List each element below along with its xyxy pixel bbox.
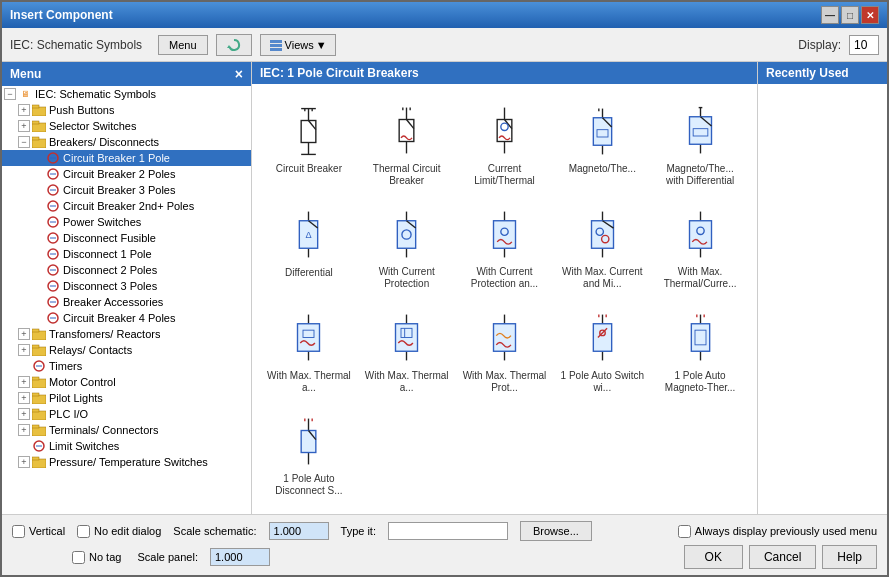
tree-item-cb4[interactable]: Circuit Breaker 4 Poles (2, 310, 251, 326)
expand-icon-pressure[interactable]: + (18, 456, 30, 468)
tree-item-terminals[interactable]: + Terminals/ Connectors (2, 422, 251, 438)
minimize-button[interactable]: — (821, 6, 839, 24)
expand-icon-motor[interactable]: + (18, 376, 30, 388)
sidebar-title: Menu (10, 67, 41, 81)
symbol-label-current_thermal: Current Limit/Thermal (463, 163, 547, 187)
tree-label-disc3: Disconnect 3 Poles (63, 280, 157, 292)
tree-item-push[interactable]: + Push Buttons (2, 102, 251, 118)
tree-item-relays[interactable]: + Relays/ Contacts (2, 342, 251, 358)
scale-panel-input[interactable] (210, 548, 270, 566)
tree-item-disc1[interactable]: Disconnect 1 Pole (2, 246, 251, 262)
item-icon-power (46, 215, 60, 229)
no-edit-checkbox[interactable] (77, 525, 90, 538)
symbol-image-pole_auto_magneto (670, 308, 730, 368)
vertical-checkbox[interactable] (12, 525, 25, 538)
symbol-item-pole_auto_switch[interactable]: 1 Pole Auto Switch wi... (555, 301, 649, 401)
tree-item-power[interactable]: Power Switches (2, 214, 251, 230)
symbol-item-with_max_thermal[interactable]: With Max. Thermal/Curre... (653, 198, 747, 298)
tree-item-selector[interactable]: + Selector Switches (2, 118, 251, 134)
tree-item-disc3[interactable]: Disconnect 3 Poles (2, 278, 251, 294)
symbol-item-with_max_thermal_prot[interactable]: With Max. Thermal Prot... (458, 301, 552, 401)
tree-item-breakers[interactable]: − Breakers/ Disconnects (2, 134, 251, 150)
tree-label-breakers: Breakers/ Disconnects (49, 136, 159, 148)
symbol-image-magneto2 (670, 101, 730, 161)
item-icon-disc2 (46, 263, 60, 277)
maximize-button[interactable]: □ (841, 6, 859, 24)
symbol-item-with_max_current[interactable]: With Max. Current and Mi... (555, 198, 649, 298)
main-window: Insert Component — □ ✕ IEC: Schematic Sy… (0, 0, 889, 577)
sidebar-close-button[interactable]: × (235, 66, 243, 82)
svg-rect-40 (32, 395, 46, 404)
symbol-item-cb[interactable]: Circuit Breaker (262, 94, 356, 194)
tree-label-pressure: Pressure/ Temperature Switches (49, 456, 208, 468)
no-tag-checkbox[interactable] (72, 551, 85, 564)
tree-item-pilot[interactable]: + Pilot Lights (2, 390, 251, 406)
browse-button[interactable]: Browse... (520, 521, 592, 541)
expand-icon-push[interactable]: + (18, 104, 30, 116)
tree-item-limit[interactable]: Limit Switches (2, 438, 251, 454)
symbol-item-magneto1[interactable]: Magneto/The... (555, 94, 649, 194)
close-button[interactable]: ✕ (861, 6, 879, 24)
item-icon-cb4 (46, 311, 60, 325)
tree-item-cb2[interactable]: Circuit Breaker 2 Poles (2, 166, 251, 182)
symbol-item-pole_auto_disc[interactable]: 1 Pole Auto Disconnect S... (262, 405, 356, 505)
symbol-item-with_current_an[interactable]: With Current Protection an... (458, 198, 552, 298)
type-it-input[interactable] (388, 522, 508, 540)
ok-button[interactable]: OK (684, 545, 743, 569)
expand-icon-relays[interactable]: + (18, 344, 30, 356)
symbol-item-current_thermal[interactable]: Current Limit/Thermal (458, 94, 552, 194)
tree-item-root[interactable]: −🖥IEC: Schematic Symbols (2, 86, 251, 102)
views-button[interactable]: Views ▼ (260, 34, 336, 56)
no-edit-label: No edit dialog (94, 525, 161, 537)
tree-label-pilot: Pilot Lights (49, 392, 103, 404)
svg-rect-44 (32, 427, 46, 436)
symbol-item-magneto2[interactable]: Magneto/The... with Differential (653, 94, 747, 194)
cancel-button[interactable]: Cancel (749, 545, 816, 569)
tree-item-disc2[interactable]: Disconnect 2 Poles (2, 262, 251, 278)
tree-item-cb1[interactable]: Circuit Breaker 1 Pole (2, 150, 251, 166)
svg-rect-119 (593, 324, 611, 352)
menu-button[interactable]: Menu (158, 35, 208, 55)
symbol-label-cb: Circuit Breaker (276, 163, 342, 175)
expand-icon-root[interactable]: − (4, 88, 16, 100)
symbol-label-pole_auto_disc: 1 Pole Auto Disconnect S... (267, 473, 351, 497)
svg-rect-32 (32, 331, 46, 340)
tree-item-cb2nd[interactable]: Circuit Breaker 2nd+ Poles (2, 198, 251, 214)
tree-item-discfuse[interactable]: Disconnect Fusible (2, 230, 251, 246)
no-edit-checkbox-label[interactable]: No edit dialog (77, 525, 161, 538)
symbol-item-with_current[interactable]: With Current Protection (360, 198, 454, 298)
expand-icon-pilot[interactable]: + (18, 392, 30, 404)
expand-icon-transformers[interactable]: + (18, 328, 30, 340)
tree-item-transformers[interactable]: + Transfomers/ Reactors (2, 326, 251, 342)
help-button[interactable]: Help (822, 545, 877, 569)
symbol-item-differential[interactable]: Δ Differential (262, 198, 356, 298)
always-display-checkbox[interactable] (678, 525, 691, 538)
symbol-item-with_max_thermal_b[interactable]: With Max. Thermal a... (360, 301, 454, 401)
symbol-item-with_max_thermal_a[interactable]: With Max. Thermal a... (262, 301, 356, 401)
folder-icon-selector (32, 119, 46, 133)
vertical-checkbox-label[interactable]: Vertical (12, 525, 65, 538)
tree-item-cb3[interactable]: Circuit Breaker 3 Poles (2, 182, 251, 198)
main-content: Menu × −🖥IEC: Schematic Symbols+ Push Bu… (2, 62, 887, 514)
svg-rect-71 (593, 117, 611, 145)
always-display-label[interactable]: Always display previously used menu (678, 525, 877, 538)
symbol-item-pole_auto_magneto[interactable]: 1 Pole Auto Magneto-Ther... (653, 301, 747, 401)
scale-schematic-input[interactable] (269, 522, 329, 540)
expand-icon-terminals[interactable]: + (18, 424, 30, 436)
tree-item-plcio[interactable]: + PLC I/O (2, 406, 251, 422)
svg-rect-52 (302, 120, 317, 142)
tree-item-motor[interactable]: + Motor Control (2, 374, 251, 390)
symbol-item-thermal[interactable]: Thermal Circuit Breaker (360, 94, 454, 194)
expand-icon-breakers[interactable]: − (18, 136, 30, 148)
symbol-label-with_current: With Current Protection (365, 266, 449, 290)
tree-item-timers[interactable]: Timers (2, 358, 251, 374)
no-tag-checkbox-label[interactable]: No tag (72, 551, 121, 564)
tree-label-cb3: Circuit Breaker 3 Poles (63, 184, 176, 196)
display-input[interactable] (849, 35, 879, 55)
refresh-button[interactable] (216, 34, 252, 56)
expand-icon-plcio[interactable]: + (18, 408, 30, 420)
expand-icon-selector[interactable]: + (18, 120, 30, 132)
item-icon-breakacc (46, 295, 60, 309)
tree-item-breakacc[interactable]: Breaker Accessories (2, 294, 251, 310)
tree-item-pressure[interactable]: + Pressure/ Temperature Switches (2, 454, 251, 470)
